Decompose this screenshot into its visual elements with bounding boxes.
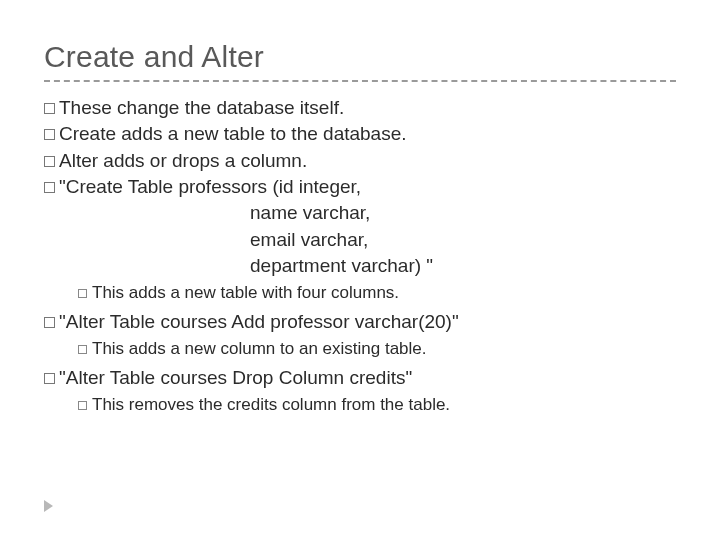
slide-marker-icon: [44, 500, 53, 512]
bullet-4: "Create Table professors (id integer,: [44, 175, 676, 199]
bullet-4-cont: name varchar,: [44, 201, 676, 225]
bullet-4-cont: department varchar) ": [44, 254, 676, 278]
bullet-text: This adds a new table with four columns.: [92, 283, 399, 302]
bullet-1: These change the database itself.: [44, 96, 676, 120]
bullet-text: Alter adds or drops a column.: [59, 150, 307, 171]
square-bullet-icon: [44, 373, 55, 384]
square-bullet-icon: [44, 182, 55, 193]
bullet-4-cont: email varchar,: [44, 228, 676, 252]
sub-bullet-6: This removes the credits column from the…: [44, 394, 676, 416]
sub-bullet-4: This adds a new table with four columns.: [44, 282, 676, 304]
square-bullet-icon: [78, 289, 87, 298]
bullet-3: Alter adds or drops a column.: [44, 149, 676, 173]
sub-bullet-5: This adds a new column to an existing ta…: [44, 338, 676, 360]
bullet-text: This adds a new column to an existing ta…: [92, 339, 427, 358]
bullet-text: Create adds a new table to the database.: [59, 123, 407, 144]
square-bullet-icon: [78, 401, 87, 410]
square-bullet-icon: [78, 345, 87, 354]
square-bullet-icon: [44, 129, 55, 140]
bullet-6: "Alter Table courses Drop Column credits…: [44, 366, 676, 390]
bullet-text: "Alter Table courses Drop Column credits…: [59, 367, 412, 388]
bullet-text: "Create Table professors (id integer,: [59, 176, 361, 197]
square-bullet-icon: [44, 156, 55, 167]
slide-title: Create and Alter: [44, 40, 676, 74]
square-bullet-icon: [44, 103, 55, 114]
bullet-2: Create adds a new table to the database.: [44, 122, 676, 146]
bullet-text: "Alter Table courses Add professor varch…: [59, 311, 459, 332]
bullet-text: This removes the credits column from the…: [92, 395, 450, 414]
bullet-5: "Alter Table courses Add professor varch…: [44, 310, 676, 334]
divider: [44, 80, 676, 82]
slide-body: These change the database itself. Create…: [44, 96, 676, 416]
bullet-text: These change the database itself.: [59, 97, 344, 118]
slide: Create and Alter These change the databa…: [0, 0, 720, 540]
square-bullet-icon: [44, 317, 55, 328]
